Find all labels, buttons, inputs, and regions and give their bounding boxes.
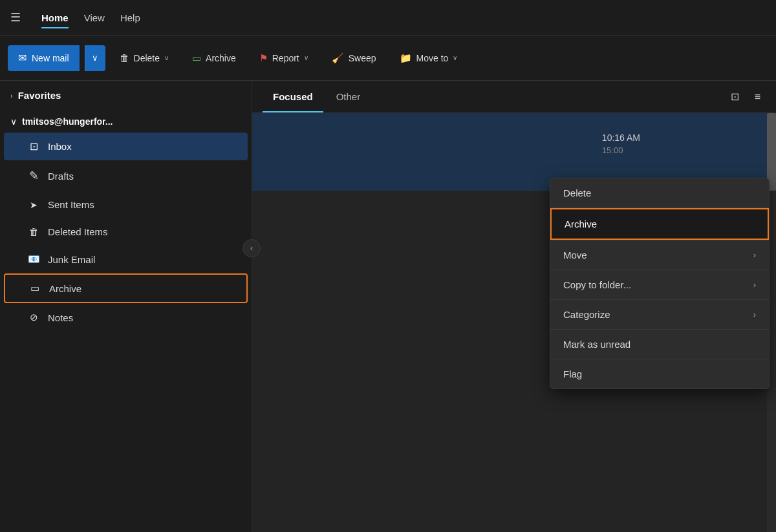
- moveto-label: Move to: [416, 53, 449, 63]
- copy-chevron-icon: ›: [753, 280, 756, 290]
- sent-icon: ➤: [27, 200, 40, 210]
- new-mail-dropdown-button[interactable]: ∨: [85, 45, 105, 71]
- account-chevron-icon: ∨: [10, 116, 17, 127]
- favorites-chevron-icon: ›: [10, 92, 13, 100]
- time-secondary: 15:00: [602, 145, 640, 155]
- context-copy-label: Copy to folder...: [563, 279, 631, 290]
- context-menu-archive[interactable]: Archive: [550, 208, 769, 240]
- toolbar: ✉ New mail ∨ 🗑 Delete ∨ ▭ Archive ⚑ Repo…: [0, 36, 776, 81]
- tab-help[interactable]: Help: [120, 10, 140, 26]
- account-section: ∨ tmitsos@hungerfor... ⊡ Inbox ✎ Drafts …: [0, 106, 252, 337]
- archive-label: Archive: [206, 53, 236, 63]
- sweep-button[interactable]: 🧹 Sweep: [323, 45, 385, 71]
- context-menu-categorize[interactable]: Categorize ›: [550, 300, 769, 329]
- tab-other[interactable]: Other: [326, 86, 371, 107]
- report-label: Report: [272, 53, 299, 63]
- inbox-view-button[interactable]: ⊡: [726, 88, 744, 105]
- tab-home[interactable]: Home: [41, 10, 69, 26]
- context-flag-label: Flag: [563, 368, 582, 379]
- tab-focused[interactable]: Focused: [263, 86, 323, 107]
- junk-label: Junk Email: [48, 254, 95, 265]
- sidebar-item-drafts[interactable]: ✎ Drafts: [4, 161, 248, 191]
- report-chevron-icon: ∨: [304, 54, 308, 61]
- sidebar-item-archive[interactable]: ▭ Archive: [4, 273, 248, 303]
- favorites-header[interactable]: › Favorites: [10, 90, 241, 101]
- mail-list[interactable]: 10:16 AM 15:00 Delete Archive: [252, 113, 776, 532]
- tabs-actions: ⊡ ≡: [726, 88, 766, 105]
- inbox-label: Inbox: [48, 141, 72, 152]
- archive-sidebar-label: Archive: [49, 283, 81, 294]
- content-area: Focused Other ⊡ ≡ 10:16 AM 15:00: [252, 81, 776, 532]
- trash-icon: 🗑: [120, 52, 129, 63]
- tabs-bar: Focused Other ⊡ ≡: [252, 81, 776, 113]
- collapse-sidebar-button[interactable]: ‹: [242, 239, 261, 257]
- title-bar: ☰ Home View Help: [0, 0, 776, 36]
- notes-icon: ⊘: [27, 312, 40, 323]
- time-primary: 10:16 AM: [602, 133, 640, 143]
- new-mail-button[interactable]: ✉ New mail: [8, 45, 80, 71]
- context-menu-delete[interactable]: Delete: [550, 178, 769, 207]
- sidebar-item-deleted[interactable]: 🗑 Deleted Items: [4, 218, 248, 245]
- favorites-section: › Favorites: [0, 81, 252, 106]
- collapse-icon: ‹: [250, 244, 253, 253]
- junk-icon: 📧: [27, 253, 40, 265]
- account-header[interactable]: ∨ tmitsos@hungerfor...: [0, 111, 252, 132]
- delete-label: Delete: [134, 53, 160, 63]
- context-categorize-label: Categorize: [563, 309, 610, 320]
- context-menu-flag[interactable]: Flag: [550, 359, 769, 388]
- sidebar-item-junk[interactable]: 📧 Junk Email: [4, 246, 248, 273]
- favorites-label: Favorites: [18, 90, 61, 101]
- moveto-icon: 📁: [400, 52, 412, 64]
- mail-icon: ✉: [18, 52, 27, 64]
- sweep-label: Sweep: [349, 53, 376, 63]
- sidebar-item-sent[interactable]: ➤ Sent Items: [4, 191, 248, 218]
- move-to-button[interactable]: 📁 Move to ∨: [391, 45, 467, 71]
- deleted-label: Deleted Items: [48, 226, 108, 237]
- context-menu-mark-unread[interactable]: Mark as unread: [550, 330, 769, 359]
- sidebar-item-notes[interactable]: ⊘ Notes: [4, 304, 248, 331]
- filter-button[interactable]: ≡: [749, 88, 766, 105]
- archive-sidebar-icon: ▭: [28, 282, 41, 294]
- notes-label: Notes: [48, 312, 73, 323]
- categorize-chevron-icon: ›: [753, 310, 756, 319]
- context-mark-unread-label: Mark as unread: [563, 339, 630, 350]
- sent-label: Sent Items: [48, 199, 94, 210]
- moveto-chevron-icon: ∨: [453, 54, 457, 61]
- context-delete-label: Delete: [563, 187, 591, 198]
- drafts-label: Drafts: [48, 171, 74, 182]
- mail-timestamp: 10:16 AM 15:00: [602, 133, 640, 155]
- context-move-label: Move: [563, 250, 587, 261]
- main-layout: › Favorites ∨ tmitsos@hungerfor... ⊡ Inb…: [0, 81, 776, 532]
- move-chevron-icon: ›: [753, 250, 756, 260]
- hamburger-icon[interactable]: ☰: [10, 10, 21, 25]
- context-menu-move[interactable]: Move ›: [550, 240, 769, 270]
- delete-button[interactable]: 🗑 Delete ∨: [111, 45, 178, 71]
- context-archive-label: Archive: [565, 218, 597, 229]
- archive-icon: ▭: [192, 52, 201, 64]
- archive-toolbar-button[interactable]: ▭ Archive: [183, 45, 245, 71]
- account-email: tmitsos@hungerfor...: [22, 116, 113, 127]
- drafts-icon: ✎: [27, 169, 40, 183]
- report-icon: ⚑: [259, 52, 268, 64]
- sidebar: › Favorites ∨ tmitsos@hungerfor... ⊡ Inb…: [0, 81, 252, 532]
- delete-chevron-icon: ∨: [164, 54, 169, 61]
- inbox-icon: ⊡: [27, 140, 40, 153]
- sweep-icon: 🧹: [332, 52, 344, 64]
- report-button[interactable]: ⚑ Report ∨: [250, 45, 318, 71]
- context-menu-copy-folder[interactable]: Copy to folder... ›: [550, 270, 769, 299]
- chevron-down-icon: ∨: [92, 53, 98, 63]
- context-menu: Delete Archive Move › Copy to folder...: [550, 178, 770, 389]
- sidebar-item-inbox[interactable]: ⊡ Inbox: [4, 133, 248, 160]
- deleted-icon: 🗑: [27, 226, 40, 237]
- tab-view[interactable]: View: [84, 10, 105, 26]
- new-mail-label: New mail: [32, 53, 69, 63]
